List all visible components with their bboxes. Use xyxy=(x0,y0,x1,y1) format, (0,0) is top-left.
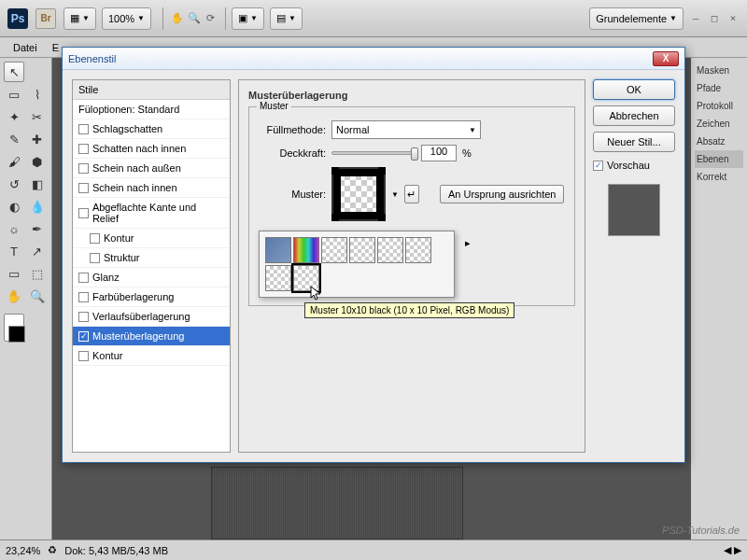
lasso-tool-icon[interactable]: ⌇ xyxy=(27,84,48,105)
wand-tool-icon[interactable]: ✦ xyxy=(4,106,24,127)
zoom-tool-icon[interactable]: 🔍 xyxy=(27,286,48,306)
dialog-buttons: OK Abbrechen Neuer Stil... ✓Vorschau xyxy=(593,79,675,453)
panel-paths[interactable]: Pfade xyxy=(695,79,743,97)
shape-tool-icon[interactable]: ▭ xyxy=(4,263,24,284)
snap-origin-button[interactable]: An Ursprung ausrichten xyxy=(440,185,565,203)
arrange-dropdown[interactable]: ▤▼ xyxy=(270,7,303,30)
fill-options[interactable]: Füloptionen: Standard xyxy=(73,100,230,119)
hand-icon[interactable]: ✋ xyxy=(169,10,186,27)
crop-tool-icon[interactable]: ✂ xyxy=(27,106,48,127)
status-doc: Dok: 5,43 MB/5,43 MB xyxy=(64,545,168,556)
styles-header: Stile xyxy=(73,80,230,100)
3d-tool-icon[interactable]: ⬚ xyxy=(27,263,48,284)
style-outerglow[interactable]: Schein nach außen xyxy=(73,159,230,178)
move-tool-icon[interactable]: ↖ xyxy=(4,62,24,82)
pattern-swatch[interactable] xyxy=(405,237,431,263)
app-topbar: Ps Br ▦▼ 100%▼ ✋ 🔍 ⟳ ▣▼ ▤▼ Grundelemente… xyxy=(0,0,747,37)
stamp-tool-icon[interactable]: ⬢ xyxy=(27,151,48,172)
style-satin[interactable]: Glanz xyxy=(73,268,230,287)
path-tool-icon[interactable]: ↗ xyxy=(27,241,48,261)
marquee-tool-icon[interactable]: ▭ xyxy=(4,84,24,105)
pattern-swatch[interactable] xyxy=(377,237,403,263)
pattern-swatch-selected[interactable] xyxy=(293,265,319,291)
toolbox: ↖ ▭⌇ ✦✂ ✎✚ 🖌⬢ ↺◧ ◐💧 ☼✒ T↗ ▭⬚ ✋🔍 xyxy=(0,58,52,539)
pattern-dropdown-icon[interactable]: ▼ xyxy=(391,190,399,199)
layout-dropdown[interactable]: ▦▼ xyxy=(63,7,96,30)
gradient-tool-icon[interactable]: ◐ xyxy=(4,196,24,217)
fieldset-legend: Muster xyxy=(257,101,291,111)
style-contour[interactable]: Kontur xyxy=(73,229,230,248)
minimize-icon[interactable]: – xyxy=(689,12,702,24)
dialog-title: Ebenenstil xyxy=(68,53,653,64)
panel-history[interactable]: Protokoll xyxy=(695,97,743,115)
section-title: Musterüberlagerung xyxy=(248,90,575,103)
window-controls: – □ × xyxy=(689,12,740,24)
heal-tool-icon[interactable]: ✚ xyxy=(27,129,48,149)
pattern-swatch[interactable] xyxy=(293,237,319,263)
panel-adjust[interactable]: Korrekt xyxy=(695,168,743,186)
panel-paragraph[interactable]: Absatz xyxy=(695,133,743,150)
color-swatches-icon[interactable] xyxy=(4,314,24,342)
opacity-slider[interactable] xyxy=(331,151,416,155)
style-patternoverlay[interactable]: ✓Musterüberlagerung xyxy=(73,327,230,346)
pattern-preview[interactable] xyxy=(331,167,386,221)
cancel-button[interactable]: Abbrechen xyxy=(593,105,675,126)
blend-label: Füllmethode: xyxy=(259,124,326,135)
new-style-button[interactable]: Neuer Stil... xyxy=(593,132,675,152)
settings-panel: Musterüberlagerung Muster Füllmethode: N… xyxy=(238,79,585,453)
ok-button[interactable]: OK xyxy=(593,79,675,100)
hand-tool-icon[interactable]: ✋ xyxy=(4,286,24,306)
maximize-icon[interactable]: □ xyxy=(708,12,721,24)
opacity-unit: % xyxy=(462,147,472,159)
pattern-swatch[interactable] xyxy=(349,237,375,263)
zoom-dropdown[interactable]: 100%▼ xyxy=(102,7,151,30)
panel-character[interactable]: Zeichen xyxy=(695,115,743,133)
panel-layers[interactable]: Ebenen xyxy=(695,150,743,168)
pattern-label: Muster: xyxy=(259,189,326,200)
style-stroke[interactable]: Kontur xyxy=(73,346,230,366)
pattern-swatch[interactable] xyxy=(321,237,347,263)
opacity-input[interactable]: 100 xyxy=(421,145,457,161)
workspace-dropdown[interactable]: Grundelemente▼ xyxy=(589,7,684,30)
blur-tool-icon[interactable]: 💧 xyxy=(27,196,48,217)
close-icon[interactable]: × xyxy=(726,12,740,24)
type-tool-icon[interactable]: T xyxy=(4,241,24,261)
photoshop-logo-icon: Ps xyxy=(7,8,28,29)
eyedrop-tool-icon[interactable]: ✎ xyxy=(4,129,24,149)
brush-tool-icon[interactable]: 🖌 xyxy=(4,151,24,172)
bridge-icon[interactable]: Br xyxy=(35,8,56,29)
style-gradientoverlay[interactable]: Verlaufsüberlagerung xyxy=(73,307,230,327)
status-bar: 23,24% ♻ Dok: 5,43 MB/5,43 MB ◀ ▶ xyxy=(0,539,747,560)
style-dropshadow[interactable]: Schlagschatten xyxy=(73,119,230,139)
preview-checkbox[interactable]: ✓Vorschau xyxy=(593,158,675,173)
style-texture[interactable]: Struktur xyxy=(73,248,230,268)
pattern-swatch[interactable] xyxy=(265,265,291,291)
menu-file[interactable]: Datei xyxy=(6,38,45,57)
canvas-image xyxy=(211,467,463,539)
panel-masks[interactable]: Masken xyxy=(695,62,743,79)
flyout-menu-icon[interactable]: ▸ xyxy=(465,237,471,249)
recycle-icon[interactable]: ♻ xyxy=(48,544,57,556)
panel-dock: Masken Pfade Protokoll Zeichen Absatz Eb… xyxy=(691,58,747,539)
dodge-tool-icon[interactable]: ☼ xyxy=(4,218,24,239)
dialog-close-button[interactable]: X xyxy=(653,51,679,66)
watermark: PSD-Tutorials.de xyxy=(662,525,740,536)
rotate-icon[interactable]: ⟳ xyxy=(203,10,219,27)
style-bevel[interactable]: Abgeflachte Kante und Relief xyxy=(73,198,230,229)
style-innerglow[interactable]: Schein nach innen xyxy=(73,178,230,198)
screen-mode-dropdown[interactable]: ▣▼ xyxy=(232,7,264,30)
history-tool-icon[interactable]: ↺ xyxy=(4,174,24,194)
pattern-swatch[interactable] xyxy=(265,237,291,263)
status-zoom[interactable]: 23,24% xyxy=(6,545,40,556)
eraser-tool-icon[interactable]: ◧ xyxy=(27,174,48,194)
style-innershadow[interactable]: Schatten nach innen xyxy=(73,139,230,159)
pen-tool-icon[interactable]: ✒ xyxy=(27,218,48,239)
style-coloroverlay[interactable]: Farbüberlagerung xyxy=(73,287,230,307)
new-pattern-icon[interactable]: ↵ xyxy=(404,185,419,203)
preview-thumbnail xyxy=(608,184,660,236)
blend-mode-select[interactable]: Normal▼ xyxy=(331,120,481,139)
pattern-tooltip: Muster 10x10 black (10 x 10 Pixel, RGB M… xyxy=(304,302,514,318)
opacity-label: Deckkraft: xyxy=(259,147,326,159)
layer-style-dialog: Ebenenstil X Stile Füloptionen: Standard… xyxy=(62,47,685,463)
zoom-icon[interactable]: 🔍 xyxy=(186,10,203,27)
